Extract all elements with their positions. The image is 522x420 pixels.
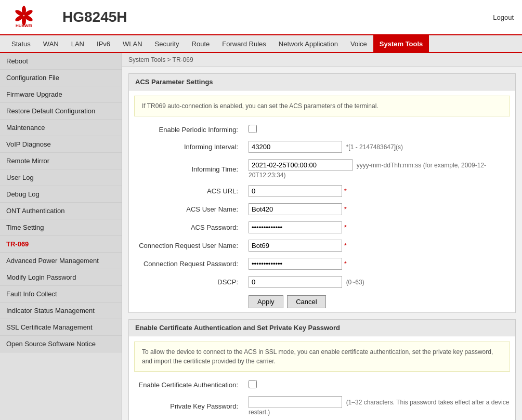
informing-interval-label: Informing Interval: xyxy=(129,138,243,156)
sidebar: RebootConfiguration FileFirmware Upgrade… xyxy=(0,53,122,420)
sidebar-item-remote-mirror[interactable]: Remote Mirror xyxy=(0,153,122,169)
huawei-logo: HUAWEI xyxy=(8,4,40,30)
sidebar-item-ont-authentication[interactable]: ONT Authentication xyxy=(0,203,122,219)
acs-info-box: If TR069 auto-connection is enabled, you… xyxy=(134,96,510,116)
sidebar-item-fault-info-collect[interactable]: Fault Info Collect xyxy=(0,286,122,303)
informing-interval-input[interactable] xyxy=(249,141,342,153)
sidebar-item-open-source-software-notice[interactable]: Open Source Software Notice xyxy=(0,336,122,352)
acs-username-row: ACS User Name: * xyxy=(129,200,515,218)
private-key-input[interactable] xyxy=(249,396,342,408)
device-name: HG8245H xyxy=(62,9,493,25)
nav-item-route[interactable]: Route xyxy=(186,35,216,52)
nav-item-lan[interactable]: LAN xyxy=(65,35,90,52)
acs-password-label: ACS Password: xyxy=(129,218,243,237)
conn-req-username-label: Connection Request User Name: xyxy=(129,237,243,255)
nav-item-wlan[interactable]: WLAN xyxy=(116,35,149,52)
enable-cert-checkbox[interactable] xyxy=(249,380,257,388)
private-key-row: Private Key Password: (1–32 characters. … xyxy=(129,393,515,419)
cert-auth-form: Enable Certificate Authentication: Priva… xyxy=(129,377,515,420)
sidebar-item-user-log[interactable]: User Log xyxy=(0,169,122,186)
enable-periodic-row: Enable Periodic Informing: xyxy=(129,122,515,138)
nav-item-voice[interactable]: Voice xyxy=(344,35,373,52)
nav-item-security[interactable]: Security xyxy=(149,35,186,52)
sidebar-item-restore-default-configuration[interactable]: Restore Default Configuration xyxy=(0,103,122,120)
navbar: StatusWANLANIPv6WLANSecurityRouteForward… xyxy=(0,35,522,53)
conn-req-password-input[interactable] xyxy=(249,258,342,270)
sidebar-item-configuration-file[interactable]: Configuration File xyxy=(0,70,122,86)
acs-password-required: * xyxy=(344,224,347,231)
acs-url-input[interactable] xyxy=(249,185,342,197)
sidebar-item-voip-diagnose[interactable]: VoIP Diagnose xyxy=(0,136,122,153)
sidebar-item-time-setting[interactable]: Time Setting xyxy=(0,219,122,236)
cert-auth-section-title: Enable Certificate Authentication and Se… xyxy=(129,320,515,336)
acs-url-required: * xyxy=(344,187,347,195)
acs-section-title: ACS Parameter Settings xyxy=(129,74,515,90)
sidebar-item-advanced-power-management[interactable]: Advanced Power Management xyxy=(0,253,122,269)
conn-req-username-required: * xyxy=(344,242,347,250)
acs-cancel-button[interactable]: Cancel xyxy=(287,295,325,308)
sidebar-item-debug-log[interactable]: Debug Log xyxy=(0,186,122,203)
sidebar-item-firmware-upgrade[interactable]: Firmware Upgrade xyxy=(0,86,122,103)
acs-url-row: ACS URL: * xyxy=(129,182,515,200)
informing-time-row: Informing Time: yyyy-mm-ddThh:mm:ss (for… xyxy=(129,156,515,182)
enable-periodic-label: Enable Periodic Informing: xyxy=(129,122,243,138)
acs-username-label: ACS User Name: xyxy=(129,200,243,218)
cert-auth-section: Enable Certificate Authentication and Se… xyxy=(128,319,516,420)
sidebar-item-reboot[interactable]: Reboot xyxy=(0,53,122,70)
cert-auth-info-box: To allow the device to connect to the AC… xyxy=(134,342,510,372)
dscp-label: DSCP: xyxy=(129,273,243,291)
conn-req-username-input[interactable] xyxy=(249,240,342,252)
acs-password-input[interactable] xyxy=(249,221,342,233)
informing-interval-row: Informing Interval: *[1 - 2147483647](s) xyxy=(129,138,515,156)
header: HUAWEI HG8245H Logout xyxy=(0,0,522,35)
breadcrumb: System Tools > TR-069 xyxy=(122,53,522,67)
sidebar-item-ssl-certificate-management[interactable]: SSL Certificate Management xyxy=(0,319,122,336)
main-layout: RebootConfiguration FileFirmware Upgrade… xyxy=(0,53,522,420)
conn-req-password-row: Connection Request Password: * xyxy=(129,255,515,273)
sidebar-item-maintenance[interactable]: Maintenance xyxy=(0,120,122,136)
nav-item-network-application[interactable]: Network Application xyxy=(272,35,344,52)
logo-area: HUAWEI xyxy=(8,4,40,30)
acs-username-input[interactable] xyxy=(249,203,342,215)
acs-form: Enable Periodic Informing: Informing Int… xyxy=(129,122,515,312)
acs-parameter-section: ACS Parameter Settings If TR069 auto-con… xyxy=(128,73,516,313)
enable-periodic-checkbox[interactable] xyxy=(249,125,257,133)
sidebar-item-indicator-status-management[interactable]: Indicator Status Management xyxy=(0,303,122,319)
informing-time-label: Informing Time: xyxy=(129,156,243,182)
acs-password-row: ACS Password: * xyxy=(129,218,515,237)
conn-req-password-required: * xyxy=(344,260,347,268)
acs-apply-button[interactable]: Apply xyxy=(249,295,283,308)
informing-interval-hint: *[1 - 2147483647](s) xyxy=(344,143,403,151)
dscp-hint: (0~63) xyxy=(344,279,364,286)
private-key-label: Private Key Password: xyxy=(129,393,243,419)
nav-item-ipv6[interactable]: IPv6 xyxy=(90,35,116,52)
svg-text:HUAWEI: HUAWEI xyxy=(16,23,32,28)
enable-cert-label: Enable Certificate Authentication: xyxy=(129,377,243,393)
conn-req-username-row: Connection Request User Name: * xyxy=(129,237,515,255)
logout-button[interactable]: Logout xyxy=(493,14,514,21)
dscp-row: DSCP: (0~63) xyxy=(129,273,515,291)
sidebar-item-tr-069[interactable]: TR-069 xyxy=(0,236,122,253)
enable-cert-row: Enable Certificate Authentication: xyxy=(129,377,515,393)
informing-time-input[interactable] xyxy=(249,159,353,171)
nav-item-forward-rules[interactable]: Forward Rules xyxy=(216,35,272,52)
content-area: System Tools > TR-069 ACS Parameter Sett… xyxy=(122,53,522,420)
dscp-input[interactable] xyxy=(249,276,342,288)
acs-username-required: * xyxy=(344,205,347,213)
nav-item-wan[interactable]: WAN xyxy=(37,35,65,52)
nav-item-status[interactable]: Status xyxy=(5,35,37,52)
acs-action-row: Apply Cancel xyxy=(129,291,515,312)
nav-item-system-tools[interactable]: System Tools xyxy=(373,35,429,52)
sidebar-item-modify-login-password[interactable]: Modify Login Password xyxy=(0,269,122,286)
acs-url-label: ACS URL: xyxy=(129,182,243,200)
conn-req-password-label: Connection Request Password: xyxy=(129,255,243,273)
